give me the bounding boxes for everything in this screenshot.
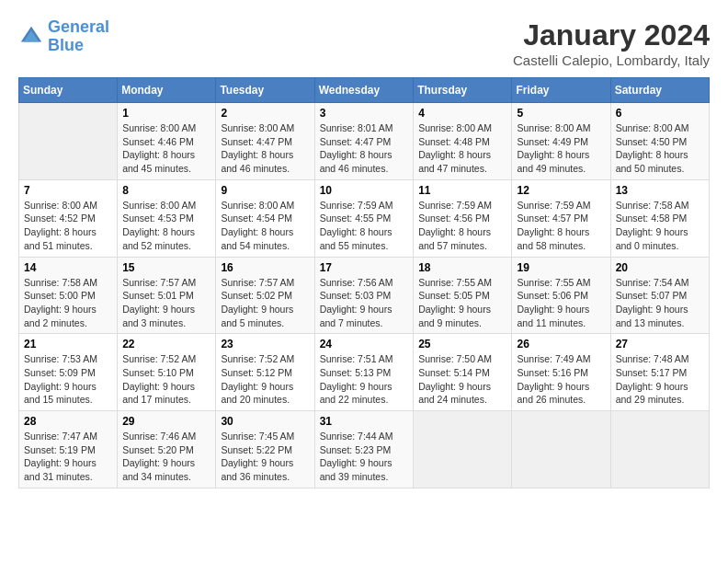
day-number: 4 xyxy=(418,107,506,120)
page-header: General Blue January 2024 Castelli Calep… xyxy=(18,18,710,68)
calendar-week-row: 21Sunrise: 7:53 AMSunset: 5:09 PMDayligh… xyxy=(19,334,710,411)
calendar-cell: 13Sunrise: 7:58 AMSunset: 4:58 PMDayligh… xyxy=(610,179,709,257)
calendar-cell: 26Sunrise: 7:49 AMSunset: 5:16 PMDayligh… xyxy=(512,334,610,411)
calendar-cell: 25Sunrise: 7:50 AMSunset: 5:14 PMDayligh… xyxy=(414,334,512,411)
calendar-cell xyxy=(610,411,709,488)
day-info: Sunrise: 8:00 AMSunset: 4:47 PMDaylight:… xyxy=(221,121,309,176)
day-number: 20 xyxy=(616,261,704,274)
day-info: Sunrise: 7:46 AMSunset: 5:20 PMDaylight:… xyxy=(122,430,210,484)
day-number: 27 xyxy=(616,338,704,350)
calendar-week-row: 14Sunrise: 7:58 AMSunset: 5:00 PMDayligh… xyxy=(19,257,710,334)
day-number: 19 xyxy=(517,261,605,274)
day-number: 8 xyxy=(122,184,210,197)
day-number: 28 xyxy=(24,415,112,428)
subtitle: Castelli Calepio, Lombardy, Italy xyxy=(513,52,710,68)
day-number: 25 xyxy=(418,338,506,350)
calendar-cell: 6Sunrise: 8:00 AMSunset: 4:50 PMDaylight… xyxy=(610,103,709,180)
day-info: Sunrise: 8:00 AMSunset: 4:48 PMDaylight:… xyxy=(418,121,506,176)
day-info: Sunrise: 7:51 AMSunset: 5:13 PMDaylight:… xyxy=(320,352,409,407)
weekday-header: Sunday xyxy=(19,78,118,103)
day-number: 10 xyxy=(320,184,409,197)
day-info: Sunrise: 7:57 AMSunset: 5:01 PMDaylight:… xyxy=(122,276,210,330)
weekday-header: Friday xyxy=(512,78,610,103)
calendar-cell: 10Sunrise: 7:59 AMSunset: 4:55 PMDayligh… xyxy=(314,179,414,257)
day-number: 23 xyxy=(221,338,309,350)
calendar-cell: 28Sunrise: 7:47 AMSunset: 5:19 PMDayligh… xyxy=(19,411,118,488)
calendar-week-row: 1Sunrise: 8:00 AMSunset: 4:46 PMDaylight… xyxy=(19,103,710,180)
weekday-header: Monday xyxy=(118,78,216,103)
calendar-cell: 21Sunrise: 7:53 AMSunset: 5:09 PMDayligh… xyxy=(19,334,118,411)
day-number: 26 xyxy=(517,338,605,350)
calendar-cell: 12Sunrise: 7:59 AMSunset: 4:57 PMDayligh… xyxy=(512,179,610,257)
calendar-cell xyxy=(19,103,118,180)
calendar-cell: 31Sunrise: 7:44 AMSunset: 5:23 PMDayligh… xyxy=(314,411,414,488)
day-number: 9 xyxy=(221,184,309,197)
day-number: 2 xyxy=(221,107,309,120)
main-title: January 2024 xyxy=(513,18,710,52)
calendar-cell: 7Sunrise: 8:00 AMSunset: 4:52 PMDaylight… xyxy=(19,179,118,257)
day-info: Sunrise: 7:45 AMSunset: 5:22 PMDaylight:… xyxy=(221,430,309,484)
weekday-header: Wednesday xyxy=(314,78,414,103)
calendar-cell: 19Sunrise: 7:55 AMSunset: 5:06 PMDayligh… xyxy=(512,257,610,334)
day-number: 21 xyxy=(24,338,112,350)
calendar-body: 1Sunrise: 8:00 AMSunset: 4:46 PMDaylight… xyxy=(19,103,710,488)
day-info: Sunrise: 8:00 AMSunset: 4:50 PMDaylight:… xyxy=(616,121,704,176)
calendar-cell: 2Sunrise: 8:00 AMSunset: 4:47 PMDaylight… xyxy=(216,103,314,180)
weekday-header: Tuesday xyxy=(216,78,314,103)
day-number: 18 xyxy=(418,261,506,274)
calendar-cell: 23Sunrise: 7:52 AMSunset: 5:12 PMDayligh… xyxy=(216,334,314,411)
calendar-cell: 3Sunrise: 8:01 AMSunset: 4:47 PMDaylight… xyxy=(314,103,414,180)
calendar-table: SundayMondayTuesdayWednesdayThursdayFrid… xyxy=(18,77,710,488)
logo: General Blue xyxy=(18,18,109,55)
day-info: Sunrise: 7:52 AMSunset: 5:12 PMDaylight:… xyxy=(221,352,309,407)
calendar-cell: 4Sunrise: 8:00 AMSunset: 4:48 PMDaylight… xyxy=(414,103,512,180)
calendar-cell: 27Sunrise: 7:48 AMSunset: 5:17 PMDayligh… xyxy=(610,334,709,411)
calendar-cell: 8Sunrise: 8:00 AMSunset: 4:53 PMDaylight… xyxy=(118,179,216,257)
calendar-cell: 5Sunrise: 8:00 AMSunset: 4:49 PMDaylight… xyxy=(512,103,610,180)
day-number: 22 xyxy=(122,338,210,350)
day-number: 15 xyxy=(122,261,210,274)
title-section: January 2024 Castelli Calepio, Lombardy,… xyxy=(513,18,710,68)
day-info: Sunrise: 7:57 AMSunset: 5:02 PMDaylight:… xyxy=(221,276,309,330)
calendar-cell xyxy=(512,411,610,488)
calendar-cell: 29Sunrise: 7:46 AMSunset: 5:20 PMDayligh… xyxy=(118,411,216,488)
calendar-cell: 16Sunrise: 7:57 AMSunset: 5:02 PMDayligh… xyxy=(216,257,314,334)
day-info: Sunrise: 7:49 AMSunset: 5:16 PMDaylight:… xyxy=(517,352,605,407)
day-info: Sunrise: 7:52 AMSunset: 5:10 PMDaylight:… xyxy=(122,352,210,407)
day-number: 1 xyxy=(122,107,210,120)
logo-line2: Blue xyxy=(48,36,84,54)
day-info: Sunrise: 8:00 AMSunset: 4:54 PMDaylight:… xyxy=(221,199,309,253)
weekday-header: Thursday xyxy=(414,78,512,103)
day-info: Sunrise: 8:00 AMSunset: 4:53 PMDaylight:… xyxy=(122,199,210,253)
calendar-cell xyxy=(414,411,512,488)
day-info: Sunrise: 7:53 AMSunset: 5:09 PMDaylight:… xyxy=(24,352,112,407)
day-number: 31 xyxy=(320,415,409,428)
day-number: 6 xyxy=(616,107,704,120)
day-info: Sunrise: 7:48 AMSunset: 5:17 PMDaylight:… xyxy=(616,352,704,407)
day-info: Sunrise: 7:56 AMSunset: 5:03 PMDaylight:… xyxy=(320,276,409,330)
day-info: Sunrise: 7:54 AMSunset: 5:07 PMDaylight:… xyxy=(616,276,704,330)
calendar-week-row: 28Sunrise: 7:47 AMSunset: 5:19 PMDayligh… xyxy=(19,411,710,488)
day-info: Sunrise: 8:00 AMSunset: 4:49 PMDaylight:… xyxy=(517,121,605,176)
day-info: Sunrise: 7:58 AMSunset: 5:00 PMDaylight:… xyxy=(24,276,112,330)
calendar-cell: 14Sunrise: 7:58 AMSunset: 5:00 PMDayligh… xyxy=(19,257,118,334)
calendar-cell: 24Sunrise: 7:51 AMSunset: 5:13 PMDayligh… xyxy=(314,334,414,411)
day-info: Sunrise: 7:47 AMSunset: 5:19 PMDaylight:… xyxy=(24,430,112,484)
calendar-cell: 22Sunrise: 7:52 AMSunset: 5:10 PMDayligh… xyxy=(118,334,216,411)
day-number: 16 xyxy=(221,261,309,274)
weekday-header-row: SundayMondayTuesdayWednesdayThursdayFrid… xyxy=(19,78,710,103)
day-info: Sunrise: 7:59 AMSunset: 4:55 PMDaylight:… xyxy=(320,199,409,253)
day-number: 12 xyxy=(517,184,605,197)
day-number: 30 xyxy=(221,415,309,428)
day-info: Sunrise: 8:00 AMSunset: 4:46 PMDaylight:… xyxy=(122,121,210,176)
calendar-cell: 18Sunrise: 7:55 AMSunset: 5:05 PMDayligh… xyxy=(414,257,512,334)
logo-line1: General xyxy=(48,17,109,36)
day-info: Sunrise: 8:01 AMSunset: 4:47 PMDaylight:… xyxy=(320,121,409,176)
calendar-cell: 17Sunrise: 7:56 AMSunset: 5:03 PMDayligh… xyxy=(314,257,414,334)
calendar-cell: 11Sunrise: 7:59 AMSunset: 4:56 PMDayligh… xyxy=(414,179,512,257)
day-info: Sunrise: 8:00 AMSunset: 4:52 PMDaylight:… xyxy=(24,199,112,253)
day-info: Sunrise: 7:44 AMSunset: 5:23 PMDaylight:… xyxy=(320,430,409,484)
day-info: Sunrise: 7:55 AMSunset: 5:06 PMDaylight:… xyxy=(517,276,605,330)
day-number: 7 xyxy=(24,184,112,197)
calendar-week-row: 7Sunrise: 8:00 AMSunset: 4:52 PMDaylight… xyxy=(19,179,710,257)
